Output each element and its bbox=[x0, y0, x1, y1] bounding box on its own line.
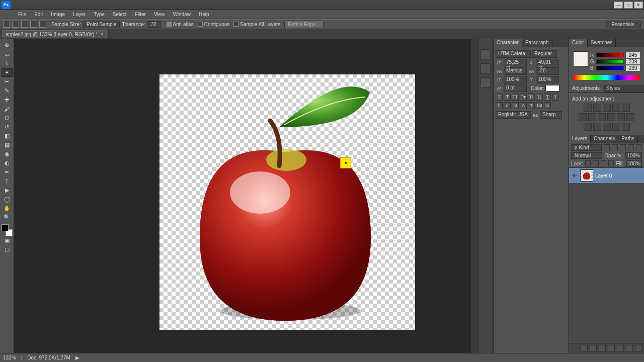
close-tab-icon[interactable]: × bbox=[101, 32, 103, 37]
tool-preset-icon[interactable] bbox=[3, 21, 10, 28]
type-panel-icon[interactable] bbox=[480, 77, 491, 87]
hscale-input[interactable]: 100% bbox=[536, 76, 559, 83]
menu-filter[interactable]: Filter bbox=[131, 11, 150, 18]
vscale-input[interactable]: 100% bbox=[504, 76, 527, 83]
workspace-switcher[interactable]: Essentials bbox=[605, 21, 641, 28]
lock-all-icon[interactable] bbox=[608, 160, 614, 166]
layer-fx-icon[interactable] bbox=[590, 345, 597, 352]
paths-tab[interactable]: Paths bbox=[618, 135, 638, 143]
blur-tool-icon[interactable]: ◉ bbox=[2, 150, 13, 158]
adj-gradientmap-icon[interactable] bbox=[612, 123, 620, 131]
underline-icon[interactable]: T bbox=[544, 94, 551, 101]
kerning-select[interactable]: Metrics bbox=[504, 67, 527, 75]
adj-colorbalance-icon[interactable] bbox=[588, 113, 596, 121]
anti-alias-checkbox[interactable] bbox=[167, 22, 172, 27]
opacity-input[interactable]: 100% bbox=[625, 152, 642, 159]
ot-4-icon[interactable]: A bbox=[520, 102, 527, 109]
foreground-color-swatch[interactable] bbox=[2, 224, 9, 231]
visibility-eye-icon[interactable]: 👁 bbox=[571, 172, 578, 179]
font-style-select[interactable]: Regular bbox=[532, 50, 557, 58]
adj-threshold-icon[interactable] bbox=[603, 123, 611, 131]
r-slider[interactable] bbox=[596, 53, 624, 57]
eyedropper-tool-icon[interactable]: ✎ bbox=[2, 86, 13, 95]
g-slider[interactable] bbox=[596, 59, 624, 64]
menu-help[interactable]: Help bbox=[195, 11, 213, 18]
antialias-select[interactable]: Sharp bbox=[540, 111, 562, 119]
hue-ramp[interactable] bbox=[573, 75, 640, 80]
lock-position-icon[interactable] bbox=[601, 160, 606, 166]
move-tool-icon[interactable]: ✥ bbox=[2, 41, 13, 50]
color-swatches-tool[interactable] bbox=[2, 224, 13, 236]
color-preview-swatch[interactable] bbox=[573, 51, 588, 66]
filter-shape-icon[interactable] bbox=[628, 144, 634, 150]
doc-info[interactable]: Doc: 972,0K/1,27M bbox=[27, 355, 70, 360]
crop-tool-icon[interactable]: ✂ bbox=[2, 77, 13, 86]
text-color-swatch[interactable] bbox=[545, 85, 559, 92]
hand-tool-icon[interactable]: ✋ bbox=[2, 204, 13, 213]
allcaps-icon[interactable]: TT bbox=[512, 94, 519, 101]
menu-image[interactable]: Image bbox=[47, 11, 69, 18]
layer-thumbnail[interactable] bbox=[580, 169, 593, 182]
fill-input[interactable]: 100% bbox=[626, 160, 642, 167]
styles-tab[interactable]: Styles bbox=[603, 85, 623, 93]
minimize-button[interactable]: — bbox=[614, 2, 623, 9]
adj-colorlookup-icon[interactable] bbox=[626, 113, 634, 121]
dodge-tool-icon[interactable]: ◐ bbox=[2, 159, 13, 167]
link-layers-icon[interactable] bbox=[581, 345, 588, 352]
lasso-tool-icon[interactable]: ⌇ bbox=[2, 59, 13, 68]
quick-mask-icon[interactable]: ▣ bbox=[2, 236, 13, 245]
adj-channelmixer-icon[interactable] bbox=[617, 113, 625, 121]
document-canvas[interactable] bbox=[159, 74, 415, 330]
gradient-tool-icon[interactable]: ▦ bbox=[2, 141, 13, 149]
layer-name-label[interactable]: Layer 0 bbox=[595, 173, 612, 178]
layer-row[interactable]: 👁 Layer 0 bbox=[569, 168, 644, 183]
layer-mask-icon[interactable] bbox=[599, 345, 606, 352]
zoom-level[interactable]: 132% bbox=[3, 355, 16, 360]
adj-selectivecolor-icon[interactable] bbox=[622, 123, 630, 131]
clone-stamp-tool-icon[interactable]: ⌬ bbox=[2, 114, 13, 122]
leading-input[interactable]: 49,01 pt bbox=[536, 59, 559, 66]
sample-size-select[interactable]: Point Sample bbox=[83, 21, 120, 28]
channels-tab[interactable]: Channels bbox=[591, 135, 618, 143]
menu-edit[interactable]: Edit bbox=[30, 11, 47, 18]
faux-italic-icon[interactable]: T bbox=[504, 94, 511, 101]
new-group-icon[interactable] bbox=[617, 345, 624, 352]
adj-exposure-icon[interactable] bbox=[612, 104, 620, 112]
strike-icon[interactable]: Ŧ bbox=[552, 94, 559, 101]
blend-mode-select[interactable]: Normal bbox=[571, 152, 602, 159]
menu-type[interactable]: Type bbox=[90, 11, 109, 18]
lock-transparent-icon[interactable] bbox=[585, 160, 591, 166]
g-value[interactable]: 239 bbox=[626, 59, 640, 64]
magic-wand-tool-icon[interactable]: ✦ bbox=[2, 68, 13, 77]
baseline-input[interactable]: 0 pt bbox=[504, 84, 527, 92]
selection-subtract-icon[interactable] bbox=[30, 21, 37, 28]
type-tool-icon[interactable]: T bbox=[2, 177, 13, 186]
ot-2-icon[interactable]: σ bbox=[504, 102, 511, 109]
b-slider[interactable] bbox=[596, 66, 624, 70]
adj-levels-icon[interactable] bbox=[593, 104, 601, 112]
color-tab[interactable]: Color bbox=[569, 39, 588, 47]
r-value[interactable]: 245 bbox=[626, 52, 640, 58]
status-expand-icon[interactable]: ▶ bbox=[75, 355, 79, 360]
close-button[interactable]: ✕ bbox=[634, 2, 643, 9]
vertical-scrollbar[interactable] bbox=[471, 39, 478, 353]
path-select-tool-icon[interactable]: ▶ bbox=[2, 186, 13, 195]
ot-5-icon[interactable]: T bbox=[528, 102, 535, 109]
layers-tab[interactable]: Layers bbox=[569, 135, 591, 143]
shape-tool-icon[interactable]: ◯ bbox=[2, 195, 13, 204]
adj-bw-icon[interactable] bbox=[598, 113, 606, 121]
tracking-input[interactable]: -20 bbox=[536, 67, 559, 75]
language-select[interactable]: English: USA bbox=[496, 111, 531, 119]
layer-filter-select[interactable]: ρ Kind bbox=[571, 144, 602, 151]
menu-layer[interactable]: Layer bbox=[69, 11, 90, 18]
paragraph-tab[interactable]: Paragraph bbox=[522, 39, 552, 47]
character-tab[interactable]: Character bbox=[494, 39, 522, 47]
menu-view[interactable]: View bbox=[150, 11, 169, 18]
adj-photofilter-icon[interactable] bbox=[607, 113, 615, 121]
adj-curves-icon[interactable] bbox=[603, 104, 611, 112]
actions-panel-icon[interactable] bbox=[480, 63, 491, 73]
sample-all-checkbox[interactable] bbox=[233, 22, 238, 27]
font-family-select[interactable]: UTM Cafeta bbox=[496, 50, 531, 58]
filter-type-icon[interactable] bbox=[620, 144, 626, 150]
ot-1-icon[interactable]: fi bbox=[496, 102, 503, 109]
